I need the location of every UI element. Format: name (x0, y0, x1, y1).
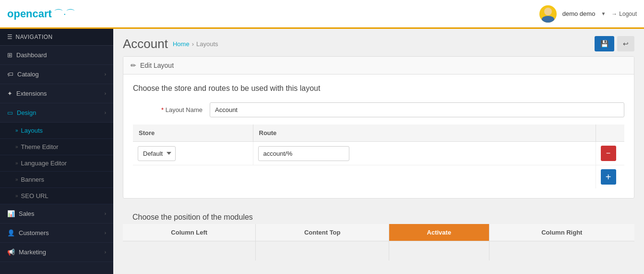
page-actions: 💾 ↩ (595, 36, 634, 51)
page-title: Account (123, 37, 168, 51)
store-cell: Default (133, 142, 253, 165)
route-input[interactable] (258, 146, 349, 161)
breadcrumb-sep: › (192, 40, 194, 48)
content-top-cell (256, 241, 389, 261)
sidebar-item-customers[interactable]: 👤 Customers › (0, 224, 113, 243)
sales-icon: 📊 (7, 210, 15, 217)
user-dropdown-icon[interactable]: ▼ (601, 11, 606, 16)
column-left-cell (123, 241, 256, 261)
store-column-header: Store (133, 125, 253, 142)
sidebar-item-customers-label: Customers (19, 229, 49, 237)
main-layout: ☰ NAVIGATION ⊞ Dashboard 🏷 Catalog › ✦ E… (0, 29, 644, 274)
language-editor-arrow-icon: » (15, 161, 18, 166)
sidebar-item-dashboard[interactable]: ⊞ Dashboard (0, 46, 113, 65)
customers-chevron-icon: › (105, 230, 106, 236)
column-right-header: Column Right (489, 224, 634, 241)
modules-table: Column Left Content Top Activate Column … (123, 224, 634, 261)
plus-icon: + (606, 172, 611, 183)
empty-cell (133, 165, 596, 189)
activate-header: Activate (389, 224, 489, 241)
sidebar-item-marketing-left: 📢 Marketing (7, 249, 46, 256)
avatar (539, 5, 557, 23)
pencil-icon: ✏ (131, 62, 136, 69)
column-right-cell (489, 241, 634, 261)
layout-name-form-group: * Layout Name (133, 102, 624, 117)
add-row: + (133, 165, 624, 189)
sidebar-subitem-language-editor-label: Language Editor (21, 160, 67, 167)
sidebar-nav-header: ☰ NAVIGATION (0, 29, 113, 46)
layout-name-input[interactable] (210, 102, 624, 117)
logo-icon: ⌒·⌒ (54, 7, 76, 20)
add-action-cell: + (596, 165, 624, 189)
modules-row (123, 241, 634, 261)
layouts-arrow-icon: » (15, 128, 18, 133)
catalog-icon: 🏷 (7, 71, 13, 78)
sidebar-subitem-banners-label: Banners (21, 176, 44, 183)
breadcrumb: Home › Layouts (173, 40, 218, 48)
breadcrumb-home[interactable]: Home (173, 40, 190, 48)
sidebar-subitem-layouts[interactable]: » Layouts (0, 123, 113, 139)
sidebar-subitem-seo-url-label: SEO URL (21, 192, 48, 199)
route-column-header: Route (253, 125, 596, 142)
sidebar-subitem-layouts-label: Layouts (21, 127, 43, 134)
content-area: Account Home › Layouts 💾 ↩ ✏ Edit Layout… (113, 29, 644, 274)
column-left-header: Column Left (123, 224, 256, 241)
topbar-right: demo demo ▼ → Logout (539, 5, 637, 23)
layout-name-label: * Layout Name (133, 106, 210, 113)
breadcrumb-current: Layouts (196, 40, 218, 48)
hamburger-icon: ☰ (7, 34, 13, 40)
sidebar-item-customers-left: 👤 Customers (7, 229, 49, 237)
sidebar-subitem-theme-editor[interactable]: » Theme Editor (0, 139, 113, 155)
save-button[interactable]: 💾 (595, 36, 614, 51)
action-cell: − (596, 142, 624, 165)
design-chevron-icon: › (105, 110, 106, 115)
topbar: opencart ⌒·⌒ demo demo ▼ → Logout (0, 0, 644, 29)
seo-url-arrow-icon: » (15, 193, 18, 199)
user-name[interactable]: demo demo (562, 10, 596, 17)
card-header-label: Edit Layout (140, 62, 174, 69)
sidebar-item-sales[interactable]: 📊 Sales › (0, 204, 113, 224)
catalog-chevron-icon: › (105, 72, 106, 77)
sidebar-subitem-language-editor[interactable]: » Language Editor (0, 155, 113, 172)
sidebar-subitem-seo-url[interactable]: » SEO URL (0, 188, 113, 204)
sidebar-item-sales-label: Sales (19, 210, 35, 217)
sidebar-item-design[interactable]: ▭ Design › (0, 103, 113, 123)
required-star: * (161, 106, 164, 113)
activate-cell (389, 241, 489, 261)
action-column-header (596, 125, 624, 142)
extensions-icon: ✦ (7, 90, 12, 97)
sidebar-item-design-left: ▭ Design (7, 109, 36, 116)
modules-title: Choose the position of the modules (123, 206, 634, 224)
sidebar-item-sales-left: 📊 Sales (7, 210, 35, 217)
sales-chevron-icon: › (105, 211, 106, 216)
design-icon: ▭ (7, 109, 13, 116)
page-title-area: Account Home › Layouts (123, 37, 218, 51)
back-button[interactable]: ↩ (617, 36, 634, 51)
marketing-chevron-icon: › (105, 249, 106, 255)
sidebar-item-extensions-left: ✦ Extensions (7, 90, 47, 97)
card-header: ✏ Edit Layout (123, 57, 634, 75)
sidebar-item-marketing[interactable]: 📢 Marketing › (0, 243, 113, 262)
sidebar-subitem-banners[interactable]: » Banners (0, 172, 113, 188)
table-row: Default − (133, 142, 624, 165)
minus-icon: − (606, 149, 610, 158)
avatar-body (542, 16, 554, 23)
route-cell (253, 142, 596, 165)
store-select[interactable]: Default (138, 146, 176, 161)
sidebar: ☰ NAVIGATION ⊞ Dashboard 🏷 Catalog › ✦ E… (0, 29, 113, 274)
logo-text: opencart (7, 8, 52, 20)
sidebar-item-marketing-label: Marketing (19, 249, 46, 256)
logo-area: opencart ⌒·⌒ (7, 7, 75, 20)
marketing-icon: 📢 (7, 249, 15, 256)
logout-button[interactable]: → Logout (611, 11, 637, 17)
content-top-header: Content Top (256, 224, 389, 241)
sidebar-item-catalog-label: Catalog (17, 71, 39, 78)
sidebar-item-extensions[interactable]: ✦ Extensions › (0, 84, 113, 103)
sidebar-item-extensions-label: Extensions (16, 90, 47, 97)
extensions-chevron-icon: › (105, 91, 106, 96)
sidebar-item-catalog[interactable]: 🏷 Catalog › (0, 65, 113, 84)
section-description: Choose the store and routes to be used w… (133, 84, 624, 93)
card-body: Choose the store and routes to be used w… (123, 75, 634, 198)
remove-row-button[interactable]: − (601, 146, 616, 161)
add-row-button[interactable]: + (601, 169, 616, 185)
